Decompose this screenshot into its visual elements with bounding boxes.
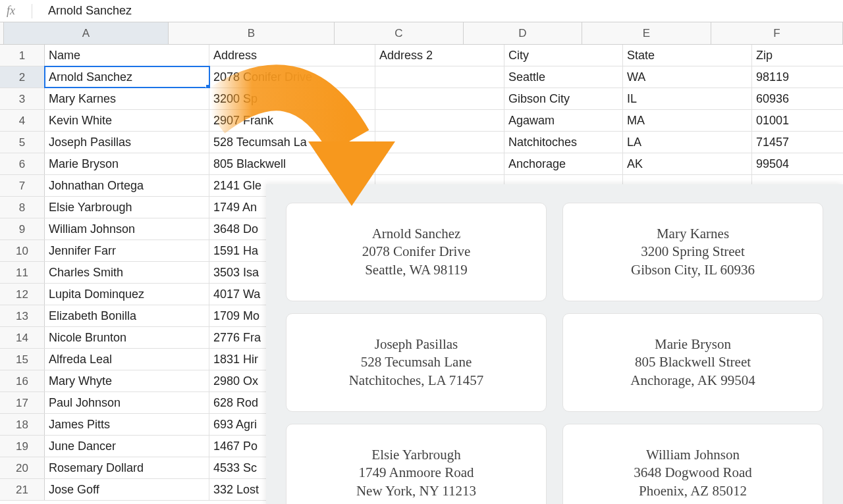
row-head[interactable]: 4 (0, 110, 45, 131)
cell[interactable]: 98119 (752, 66, 843, 88)
fx-icon: fx (7, 4, 25, 18)
label-address: 3200 Spring Street (641, 243, 745, 261)
cell[interactable]: Rosemary Dollard (45, 457, 209, 478)
cell[interactable] (375, 110, 504, 131)
row-head[interactable]: 7 (0, 175, 45, 196)
table-row: 6Marie Bryson805 BlackwellAnchorageAK995… (0, 153, 843, 175)
cell[interactable]: Jose Goff (45, 479, 209, 500)
label-name: Joseph Pasillas (375, 336, 458, 353)
cell[interactable]: 805 Blackwell (209, 153, 375, 174)
label-name: Mary Karnes (657, 225, 729, 243)
cell[interactable]: 60936 (752, 88, 843, 109)
row-head[interactable]: 9 (0, 218, 45, 239)
address-label-card: William Johnson3648 Dogwood RoadPhoenix,… (562, 424, 823, 504)
cell[interactable]: 01001 (752, 110, 843, 131)
col-head-c[interactable]: C (335, 22, 464, 44)
col-head-e[interactable]: E (582, 22, 711, 44)
formula-input[interactable] (48, 0, 843, 22)
cell[interactable]: 528 Tecumsah La (209, 132, 375, 153)
label-address: 528 Tecumsah Lane (361, 353, 472, 371)
cell[interactable]: Name (45, 45, 209, 66)
label-name: William Johnson (646, 446, 740, 464)
cell[interactable] (375, 132, 504, 153)
row-head[interactable]: 19 (0, 436, 45, 457)
row-head[interactable]: 2 (0, 66, 45, 88)
row-head[interactable]: 20 (0, 457, 45, 478)
row-head[interactable]: 21 (0, 479, 45, 500)
separator (32, 4, 32, 18)
cell[interactable]: Address 2 (375, 45, 504, 66)
table-row: 2Arnold Sanchez2078 Conifer DriveSeattle… (0, 66, 843, 88)
cell[interactable] (375, 153, 504, 174)
row-head[interactable]: 3 (0, 88, 45, 109)
col-head-d[interactable]: D (464, 22, 582, 44)
cell[interactable]: Charles Smith (45, 262, 209, 283)
cell[interactable]: 2078 Conifer Drive (209, 66, 375, 88)
cell[interactable]: Nicole Brunton (45, 327, 209, 348)
cell[interactable]: James Pitts (45, 414, 209, 435)
table-row: 1NameAddressAddress 2CityStateZip (0, 45, 843, 66)
table-row: 5Joseph Pasillas528 Tecumsah LaNatchitoc… (0, 132, 843, 153)
label-address: 2078 Conifer Drive (362, 243, 470, 261)
cell[interactable]: 2907 Frank (209, 110, 375, 131)
cell[interactable]: Agawam (504, 110, 623, 131)
cell[interactable]: 3200 Sp (209, 88, 375, 109)
cell[interactable]: Arnold Sanchez (45, 66, 209, 88)
table-row: 4Kevin White2907 FrankAgawamMA01001 (0, 110, 843, 132)
row-head[interactable]: 18 (0, 414, 45, 435)
cell[interactable]: Mary Karnes (45, 88, 209, 109)
label-address: 805 Blackwell Street (635, 353, 751, 371)
cell[interactable]: IL (623, 88, 752, 109)
row-head[interactable]: 1 (0, 45, 45, 66)
row-head[interactable]: 15 (0, 349, 45, 370)
label-name: Marie Bryson (655, 336, 731, 353)
labels-preview-panel: Arnold Sanchez2078 Conifer DriveSeattle,… (266, 184, 843, 504)
row-head[interactable]: 14 (0, 327, 45, 348)
cell[interactable]: Zip (752, 45, 843, 66)
cell[interactable]: William Johnson (45, 218, 209, 239)
cell[interactable]: MA (623, 110, 752, 131)
cell[interactable]: Johnathan Ortega (45, 175, 209, 196)
cell[interactable]: Joseph Pasillas (45, 132, 209, 153)
cell[interactable]: City (504, 45, 623, 66)
address-label-card: Mary Karnes3200 Spring StreetGibson City… (562, 203, 823, 301)
row-head[interactable]: 11 (0, 262, 45, 283)
row-head[interactable]: 8 (0, 197, 45, 218)
label-city-state-zip: New York, NY 11213 (356, 482, 476, 500)
cell[interactable]: Elizabeth Bonilla (45, 305, 209, 326)
cell[interactable]: LA (623, 132, 752, 153)
row-head[interactable]: 12 (0, 284, 45, 305)
cell[interactable]: Address (209, 45, 375, 66)
cell[interactable]: Elsie Yarbrough (45, 197, 209, 218)
label-city-state-zip: Phoenix, AZ 85012 (639, 482, 747, 500)
cell[interactable] (375, 66, 504, 88)
cell[interactable]: Seattle (504, 66, 623, 88)
row-head[interactable]: 17 (0, 392, 45, 413)
cell[interactable]: WA (623, 66, 752, 88)
row-head[interactable]: 13 (0, 305, 45, 326)
row-head[interactable]: 10 (0, 240, 45, 261)
cell[interactable]: Mary Whyte (45, 370, 209, 391)
cell[interactable] (375, 88, 504, 109)
col-head-a[interactable]: A (4, 22, 169, 44)
cell[interactable]: Anchorage (504, 153, 623, 174)
cell[interactable]: Lupita Dominquez (45, 284, 209, 305)
cell[interactable]: Paul Johnson (45, 392, 209, 413)
row-head[interactable]: 6 (0, 153, 45, 174)
col-head-b[interactable]: B (169, 22, 335, 44)
cell[interactable]: Marie Bryson (45, 153, 209, 174)
cell[interactable]: AK (623, 153, 752, 174)
row-head[interactable]: 5 (0, 132, 45, 153)
cell[interactable]: Gibson City (504, 88, 623, 109)
cell[interactable]: June Dancer (45, 436, 209, 457)
cell[interactable]: Kevin White (45, 110, 209, 131)
address-label-card: Marie Bryson805 Blackwell StreetAnchorag… (562, 313, 823, 412)
cell[interactable]: State (623, 45, 752, 66)
cell[interactable]: Jennifer Farr (45, 240, 209, 261)
cell[interactable]: 99504 (752, 153, 843, 174)
col-head-f[interactable]: F (711, 22, 843, 44)
cell[interactable]: Alfreda Leal (45, 349, 209, 370)
row-head[interactable]: 16 (0, 370, 45, 391)
cell[interactable]: Natchitoches (504, 132, 623, 153)
cell[interactable]: 71457 (752, 132, 843, 153)
